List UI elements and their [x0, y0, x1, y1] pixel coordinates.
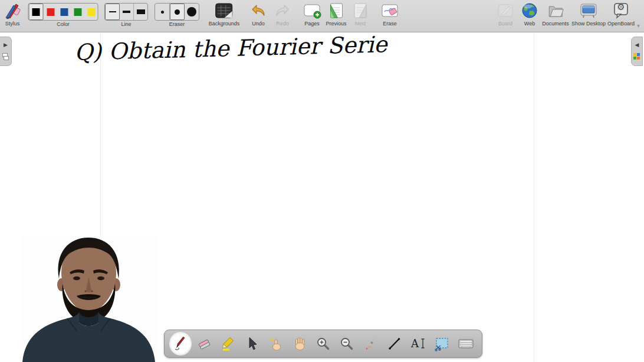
handwriting-stroke: Q) Obtain the Fourier Serie [74, 31, 387, 65]
eraser-group: Eraser [155, 1, 199, 27]
eraser-medium-button[interactable] [170, 4, 185, 20]
undo-label: Undo [250, 21, 267, 27]
previous-page-button[interactable]: Previous [326, 1, 346, 27]
hand-palm-icon [292, 336, 307, 351]
line-group: Line [104, 1, 148, 27]
color-group: Color [28, 1, 98, 27]
pan-tool-button[interactable] [288, 332, 311, 356]
color-swatch-black[interactable] [29, 4, 44, 20]
top-toolbar: Stylus Color Line [0, 0, 644, 32]
webcam-presenter-overlay [20, 236, 157, 362]
redo-icon [274, 1, 291, 20]
show-desktop-icon [571, 1, 606, 20]
web-mode-label: Web [521, 21, 538, 27]
text-tool-button[interactable]: A [407, 332, 429, 356]
color-swatch-green[interactable] [71, 4, 85, 20]
text-tool-icon: A [410, 336, 426, 351]
keyboard-tool-button[interactable] [455, 332, 477, 356]
web-mode-button[interactable]: Web [521, 1, 538, 27]
next-page-button: Next [352, 1, 369, 27]
page-right-edge [534, 33, 534, 362]
board-mode-button: Board [497, 1, 514, 27]
backgrounds-label: Backgrounds [209, 21, 240, 27]
pages-panel-icon [2, 53, 9, 60]
undo-icon [250, 1, 267, 20]
line-thick-button[interactable] [134, 4, 147, 20]
selector-tool-button[interactable] [241, 332, 263, 356]
interact-tool-button[interactable] [264, 332, 287, 356]
next-page-label: Next [352, 21, 369, 27]
expand-right-triangle-icon: ▶ [4, 42, 8, 48]
line-tool-button[interactable] [383, 332, 406, 356]
whiteboard-canvas[interactable]: Q) Obtain the Fourier Serie [0, 33, 644, 362]
openboard-app: Stylus Color Line [0, 0, 644, 362]
eraser-tool-button[interactable] [193, 332, 216, 356]
erase-page-button[interactable]: Erase [380, 1, 399, 27]
color-label: Color [28, 21, 98, 27]
backgrounds-icon [209, 1, 240, 20]
erase-page-icon [380, 1, 399, 20]
virtual-keyboard-icon [458, 336, 474, 351]
stylus-label: Stylus [3, 21, 22, 27]
stylus-palette: A [164, 330, 482, 358]
board-mode-icon [497, 1, 514, 20]
line-medium-button[interactable] [120, 4, 134, 20]
laser-pointer-tool-button[interactable] [360, 332, 382, 356]
pages-button[interactable]: Pages [303, 1, 321, 27]
undo-button[interactable]: Undo [250, 1, 267, 27]
eraser-label: Eraser [155, 21, 199, 27]
capture-tool-button[interactable] [431, 332, 453, 356]
erase-page-label: Erase [380, 21, 399, 27]
color-swatch-yellow[interactable] [85, 4, 98, 20]
openboard-gear-bubble-icon: ⚙ [607, 1, 635, 20]
board-mode-label: Board [497, 21, 514, 27]
zoom-out-tool-button[interactable] [336, 332, 358, 356]
color-swatch-red[interactable] [44, 4, 58, 20]
previous-page-label: Previous [326, 21, 346, 27]
right-panel-toggle[interactable]: ◀ [631, 37, 643, 66]
svg-text:A: A [410, 337, 419, 350]
library-panel-icon [633, 53, 640, 60]
eraser-large-button[interactable] [185, 4, 199, 20]
line-icon [387, 336, 402, 351]
stylus-button[interactable]: Stylus [3, 1, 22, 27]
previous-page-icon [326, 1, 346, 20]
web-globe-icon [521, 1, 538, 20]
stylus-icon [3, 1, 22, 20]
capture-icon [434, 336, 449, 351]
pointing-hand-star-icon [268, 336, 283, 351]
color-swatch-blue[interactable] [58, 4, 71, 20]
redo-button: Redo [274, 1, 291, 27]
zoom-in-tool-button[interactable] [312, 332, 334, 356]
documents-mode-button[interactable]: Documents [542, 1, 569, 27]
next-page-icon [352, 1, 369, 20]
pen-tool-button[interactable] [169, 332, 192, 356]
documents-mode-label: Documents [542, 21, 569, 27]
backgrounds-button[interactable]: Backgrounds [209, 1, 240, 27]
highlighter-icon [221, 336, 236, 351]
documents-folder-icon [542, 1, 569, 20]
pages-label: Pages [303, 21, 321, 27]
toolbar-overflow-chevron-icon[interactable]: ▾ [637, 22, 640, 29]
pen-icon [173, 336, 188, 351]
presenter-portrait [20, 236, 157, 362]
eraser-icon [197, 336, 212, 351]
line-label: Line [104, 21, 148, 27]
selector-arrow-icon [244, 336, 259, 351]
highlighter-tool-button[interactable] [217, 332, 239, 356]
zoom-out-icon [339, 336, 354, 351]
redo-label: Redo [274, 21, 291, 27]
openboard-menu-label: OpenBoard [607, 21, 635, 27]
openboard-menu-button[interactable]: ⚙ OpenBoard [607, 1, 635, 27]
left-panel-toggle[interactable]: ▶ [0, 37, 12, 66]
line-thin-button[interactable] [105, 4, 120, 20]
eraser-small-button[interactable] [155, 4, 170, 20]
gear-glyph: ⚙ [617, 2, 625, 12]
laser-pointer-icon [363, 336, 379, 351]
show-desktop-button[interactable]: Show Desktop [571, 1, 606, 27]
zoom-in-icon [316, 336, 331, 351]
show-desktop-label: Show Desktop [571, 21, 606, 27]
expand-left-triangle-icon: ◀ [635, 42, 639, 48]
pages-icon [303, 1, 321, 20]
